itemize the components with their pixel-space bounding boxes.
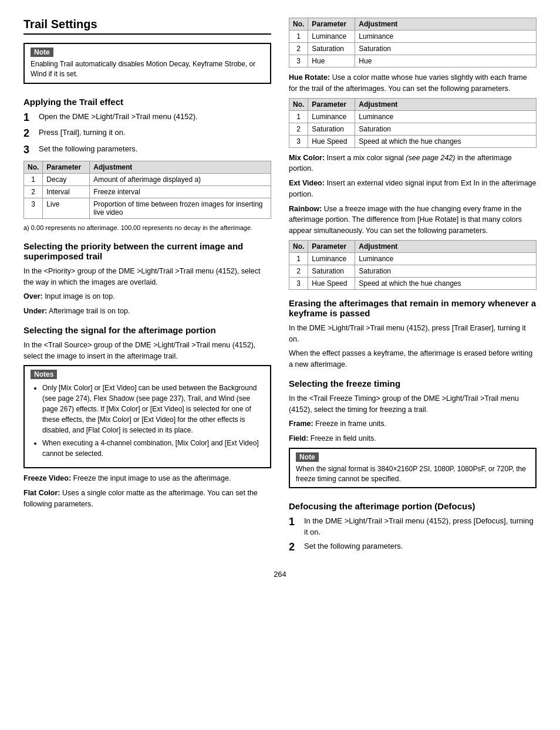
flat-color-para: Flat Color: Uses a single color matte as…: [23, 488, 271, 510]
cell: Saturation: [355, 123, 537, 135]
cell: Saturation: [308, 123, 355, 135]
over-label: Over:: [23, 292, 43, 300]
cell: 2: [24, 186, 43, 198]
cell: 3: [289, 55, 308, 67]
freeze-video-text: Freeze the input image to use as the aft…: [71, 474, 231, 482]
col-header-no: No.: [24, 161, 43, 174]
table-row: 1 Luminance Luminance: [289, 31, 537, 43]
cell: Hue: [355, 55, 537, 67]
param-table-right-1: No. Parameter Adjustment 1 Luminance Lum…: [289, 18, 537, 67]
table-row: 1 Decay Amount of afterimage displayed a…: [24, 174, 271, 186]
section-title-3: Selecting the signal for the afterimage …: [23, 325, 271, 335]
col-header-adj: Adjustment: [355, 240, 537, 252]
notes-box-1: Notes Only [Mix Color] or [Ext Video] ca…: [23, 365, 271, 468]
param-table-right-2: No. Parameter Adjustment 1 Luminance Lum…: [289, 98, 537, 148]
cell: Hue Speed: [308, 135, 355, 147]
step-text-s2-1: In the DME >Light/Trail >Trail menu (415…: [304, 516, 537, 537]
cell: 3: [289, 277, 308, 289]
section3-body1: In the <Trail Source> group of the DME >…: [23, 340, 271, 362]
section2-body1: In the <Priority> group of the DME >Ligh…: [23, 266, 271, 288]
step-text-s2-2: Set the following parameters.: [304, 541, 537, 552]
hue-rotate-para: Hue Rotate: Use a color matte whose hue …: [289, 72, 537, 94]
col-header-param: Parameter: [43, 161, 90, 174]
frame-text: Freeze in frame units.: [313, 420, 386, 428]
hue-rotate-label: Hue Rotate:: [289, 73, 330, 82]
flat-color-label: Flat Color:: [23, 489, 60, 497]
step-num-s2-1: 1: [289, 516, 299, 529]
col-header-adj: Adjustment: [355, 98, 537, 110]
section4-body2: When the effect passes a keyframe, the a…: [289, 348, 537, 370]
col-header-param: Parameter: [308, 18, 355, 31]
note-text-1: Enabling Trail automatically disables Mo…: [31, 59, 264, 79]
list-item: When executing a 4-channel combination, …: [42, 438, 264, 459]
section5-body1: In the <Trail Freeze Timing> group of th…: [289, 393, 537, 415]
steps-list-1: 1 Open the DME >Light/Trail >Trail menu …: [23, 111, 271, 157]
mix-color-label: Mix Color:: [289, 154, 325, 162]
table-footnote-1: a) 0.00 represents no afterimage. 100.00…: [23, 224, 271, 232]
cell: Luminance: [308, 110, 355, 123]
cell: Hue: [308, 55, 355, 67]
step-num-1: 1: [23, 111, 34, 124]
table-row: 3 Hue Speed Speed at which the hue chang…: [289, 277, 537, 289]
cell: 3: [289, 135, 308, 147]
cell: Hue Speed: [308, 277, 355, 289]
param-table-1: No. Parameter Adjustment 1 Decay Amount …: [23, 161, 271, 219]
section-title-2: Selecting the priority between the curre…: [23, 241, 271, 261]
col-header-no: No.: [289, 18, 308, 31]
step-item: 3 Set the following parameters.: [23, 144, 271, 157]
notes-label-1: Notes: [31, 370, 57, 379]
frame-label: Frame:: [289, 420, 313, 428]
cell: 2: [289, 43, 308, 55]
note-text-right: When the signal format is 3840×2160P 2SI…: [296, 464, 529, 484]
right-column: No. Parameter Adjustment 1 Luminance Lum…: [289, 18, 537, 558]
note-label-1: Note: [31, 48, 53, 57]
cell: Interval: [43, 186, 90, 198]
step-num-3: 3: [23, 144, 34, 157]
cell: Proportion of time between frozen images…: [90, 198, 271, 219]
mix-color-italic: (see page 242): [406, 154, 455, 162]
cell: 1: [289, 252, 308, 265]
ext-video-text: Insert an external video signal input fr…: [289, 179, 537, 198]
cell: Saturation: [308, 43, 355, 55]
table-row: 2 Interval Freeze interval: [24, 186, 271, 198]
note-label-right: Note: [296, 452, 319, 462]
cell: Luminance: [308, 31, 355, 43]
field-text: Freeze in field units.: [308, 434, 376, 442]
section-title-6: Defocusing the afterimage portion (Defoc…: [289, 501, 537, 511]
note-box-1: Note Enabling Trail automatically disabl…: [23, 43, 271, 84]
step-item: 1 In the DME >Light/Trail >Trail menu (4…: [289, 516, 537, 537]
field-para: Field: Freeze in field units.: [289, 433, 537, 444]
table-row: 1 Luminance Luminance: [289, 252, 537, 265]
over-text: Input image is on top.: [43, 292, 115, 300]
cell: Saturation: [355, 265, 537, 277]
table-row: 2 Saturation Saturation: [289, 123, 537, 135]
freeze-video-para: Freeze Video: Freeze the input image to …: [23, 473, 271, 484]
mix-color-text: Insert a mix color signal: [325, 154, 406, 162]
cell: Saturation: [308, 265, 355, 277]
table-row: 3 Hue Hue: [289, 55, 537, 67]
step-item: 1 Open the DME >Light/Trail >Trail menu …: [23, 111, 271, 124]
ext-video-label: Ext Video:: [289, 179, 325, 187]
under-label: Under:: [23, 307, 47, 315]
rainbow-text: Use a freeze image with the hue changing…: [289, 205, 522, 235]
cell: 3: [24, 198, 43, 219]
cell: 1: [289, 31, 308, 43]
cell: Freeze interval: [90, 186, 271, 198]
cell: Luminance: [355, 252, 537, 265]
cell: Live: [43, 198, 90, 219]
param-table-right-3: No. Parameter Adjustment 1 Luminance Lum…: [289, 240, 537, 290]
page-number: 264: [23, 570, 537, 579]
cell: Speed at which the hue changes: [355, 277, 537, 289]
step-text-2: Press [Trail], turning it on.: [39, 127, 271, 138]
step-item: 2 Set the following parameters.: [289, 541, 537, 554]
left-column: Trail Settings Note Enabling Trail autom…: [23, 18, 271, 558]
rainbow-para: Rainbow: Use a freeze image with the hue…: [289, 204, 537, 236]
step-text-1: Open the DME >Light/Trail >Trail menu (4…: [39, 111, 271, 122]
col-header-adj: Adjustment: [355, 18, 537, 31]
table-row: 1 Luminance Luminance: [289, 110, 537, 123]
step-item: 2 Press [Trail], turning it on.: [23, 127, 271, 140]
two-col-layout: Trail Settings Note Enabling Trail autom…: [23, 18, 537, 558]
list-item: Only [Mix Color] or [Ext Video] can be u…: [42, 383, 264, 435]
cell: Speed at which the hue changes: [355, 135, 537, 147]
section2-over: Over: Input image is on top.: [23, 291, 271, 302]
